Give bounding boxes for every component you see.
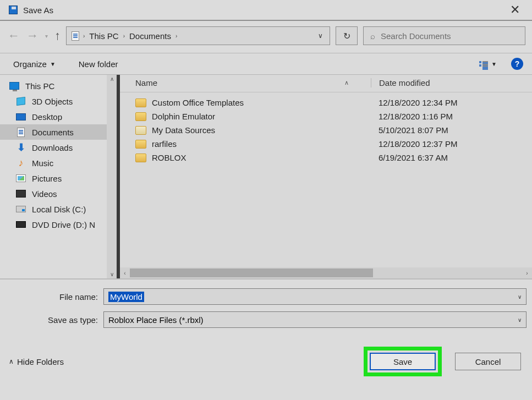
cancel-button[interactable]: Cancel: [455, 353, 521, 370]
new-folder-label: New folder: [79, 59, 118, 69]
file-row[interactable]: Custom Office Templates12/18/2020 12:34 …: [120, 96, 532, 109]
chevron-down-icon: ▼: [491, 61, 497, 67]
save-form: File name: MyWorld ∨ Save as type: Roblo…: [0, 278, 532, 338]
scroll-down-icon[interactable]: ∨: [110, 271, 114, 277]
file-name: My Data Sources: [152, 125, 215, 135]
column-headers: Name ∧ Date modified: [120, 75, 532, 92]
music-icon: ♪: [15, 158, 26, 168]
explorer-body: This PC 3D Objects Desktop Documents ⬇Do…: [0, 75, 532, 278]
nav-label: Music: [32, 158, 53, 168]
nav-label: Local Disk (C:): [32, 205, 86, 214]
save-type-select[interactable]: Roblox Place Files (*.rbxl) ∨: [103, 311, 526, 328]
location-icon: [70, 31, 81, 41]
file-name: rarfiles: [152, 139, 177, 149]
view-options-button[interactable]: ▼: [475, 59, 501, 69]
file-list-pane: Name ∧ Date modified Custom Office Templ…: [120, 75, 532, 278]
window-title: Save As: [23, 6, 53, 15]
save-button[interactable]: Save: [370, 353, 436, 370]
breadcrumb-this-pc[interactable]: This PC: [87, 30, 120, 42]
address-bar[interactable]: › This PC › Documents › ∨: [66, 26, 330, 45]
folder-icon: [135, 154, 146, 162]
scroll-track[interactable]: [130, 269, 522, 277]
back-button[interactable]: ←: [8, 29, 20, 43]
folder-icon: [135, 140, 146, 149]
download-icon: ⬇: [15, 143, 26, 152]
scroll-thumb[interactable]: [130, 269, 373, 277]
column-name[interactable]: Name ∧: [120, 78, 371, 87]
scroll-right-icon[interactable]: ›: [522, 270, 532, 276]
cube-icon: [15, 96, 26, 106]
folder-icon: [135, 126, 146, 135]
organize-label: Organize: [13, 59, 47, 69]
file-date: 12/18/2020 12:37 PM: [371, 139, 532, 149]
file-row[interactable]: Dolphin Emulator12/18/2020 1:16 PM: [120, 109, 532, 123]
nav-downloads[interactable]: ⬇Downloads: [0, 140, 117, 155]
horizontal-scrollbar[interactable]: ‹ ›: [120, 267, 532, 278]
videos-icon: [15, 189, 26, 199]
save-type-value: Roblox Place Files (*.rbxl): [108, 315, 204, 325]
nav-desktop[interactable]: Desktop: [0, 109, 117, 124]
chevron-down-icon[interactable]: ∨: [518, 294, 522, 300]
file-name: Custom Office Templates: [152, 98, 244, 107]
nav-this-pc[interactable]: This PC: [0, 78, 117, 94]
column-date[interactable]: Date modified: [371, 78, 532, 87]
nav-label: Videos: [32, 189, 57, 199]
dvd-icon: [15, 220, 26, 229]
close-button[interactable]: ✕: [506, 2, 524, 18]
nav-label: Downloads: [32, 143, 73, 152]
chevron-down-icon[interactable]: ∨: [518, 317, 522, 323]
chevron-right-icon[interactable]: ›: [121, 33, 127, 39]
file-row[interactable]: rarfiles12/18/2020 12:37 PM: [120, 137, 532, 151]
nav-label: DVD Drive (D:) N: [32, 220, 95, 229]
scroll-up-icon[interactable]: ∧: [110, 76, 114, 82]
address-row: ← → ▾ ↑ › This PC › Documents › ∨ ↻ ⌕ Se…: [0, 21, 532, 53]
history-dropdown[interactable]: ▾: [45, 33, 48, 39]
save-button-highlight: Save: [364, 347, 442, 376]
nav-pictures[interactable]: Pictures: [0, 171, 117, 186]
forward-button[interactable]: →: [26, 29, 39, 43]
nav-3d-objects[interactable]: 3D Objects: [0, 94, 117, 109]
organize-button[interactable]: Organize ▼: [9, 57, 60, 71]
file-row[interactable]: My Data Sources5/10/2021 8:07 PM: [120, 123, 532, 137]
file-name: ROBLOX: [152, 153, 187, 162]
file-date: 12/18/2020 1:16 PM: [371, 112, 532, 121]
nav-music[interactable]: ♪Music: [0, 155, 117, 171]
chevron-right-icon[interactable]: ›: [81, 33, 87, 39]
new-folder-button[interactable]: New folder: [74, 57, 123, 71]
nav-label: Desktop: [32, 112, 62, 122]
cancel-label: Cancel: [475, 357, 501, 366]
refresh-button[interactable]: ↻: [336, 26, 358, 45]
nav-local-disk-c[interactable]: Local Disk (C:): [0, 201, 117, 217]
nav-videos[interactable]: Videos: [0, 186, 117, 201]
nav-documents[interactable]: Documents: [0, 124, 117, 140]
save-as-icon: [8, 5, 19, 15]
desktop-icon: [15, 112, 26, 122]
search-input[interactable]: ⌕ Search Documents: [363, 26, 525, 45]
view-icon: [479, 61, 488, 67]
scroll-left-icon[interactable]: ‹: [120, 270, 130, 276]
folder-icon: [135, 112, 146, 121]
address-dropdown[interactable]: ∨: [315, 32, 326, 40]
chevron-up-icon: ∧: [9, 358, 14, 365]
file-date: 5/10/2021 8:07 PM: [371, 125, 532, 135]
sort-indicator-icon: ∧: [344, 79, 349, 86]
save-label: Save: [393, 357, 412, 366]
save-type-label: Save as type:: [6, 315, 103, 325]
file-list: Custom Office Templates12/18/2020 12:34 …: [120, 92, 532, 168]
chevron-down-icon: ▼: [50, 61, 56, 67]
hide-folders-button[interactable]: ∧ Hide Folders: [9, 357, 64, 366]
toolbar: Organize ▼ New folder ▼ ?: [0, 53, 532, 75]
filename-input[interactable]: MyWorld ∨: [103, 288, 526, 305]
folder-icon: [135, 98, 146, 107]
nav-scrollbar[interactable]: ∧ ∨: [107, 75, 117, 278]
column-name-label: Name: [135, 78, 157, 87]
pictures-icon: [15, 173, 26, 183]
file-row[interactable]: ROBLOX6/19/2021 6:37 AM: [120, 151, 532, 165]
up-button[interactable]: ↑: [54, 29, 61, 43]
filename-value: MyWorld: [108, 292, 144, 302]
document-icon: [15, 127, 26, 137]
breadcrumb-documents[interactable]: Documents: [127, 30, 173, 42]
nav-dvd-drive[interactable]: DVD Drive (D:) N: [0, 217, 117, 232]
help-button[interactable]: ?: [511, 58, 523, 70]
chevron-right-icon[interactable]: ›: [173, 33, 179, 39]
